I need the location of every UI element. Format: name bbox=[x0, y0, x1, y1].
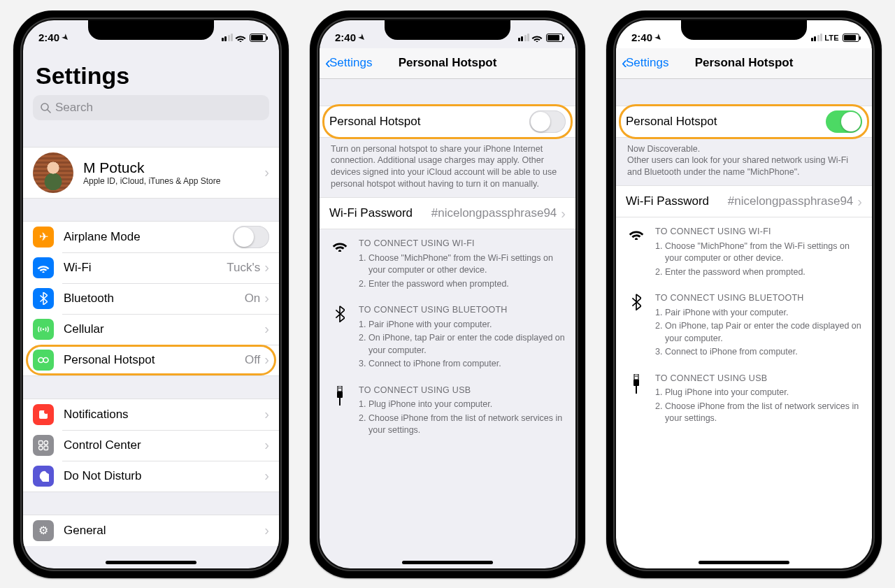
chevron-right-icon: › bbox=[264, 522, 269, 538]
airplane-toggle[interactable] bbox=[233, 226, 269, 248]
help-usb: TO CONNECT USING USB Plug iPhone into yo… bbox=[616, 364, 872, 431]
battery-icon bbox=[546, 34, 563, 42]
status-time: 2:40 bbox=[38, 31, 59, 43]
wifi-password-row[interactable]: Wi-Fi Password #nicelongpassphrase94 › bbox=[320, 198, 575, 229]
cellular-signal-icon bbox=[811, 34, 823, 41]
wifi-settings-icon bbox=[33, 257, 54, 278]
battery-icon bbox=[843, 34, 859, 42]
notifications-icon bbox=[33, 404, 54, 425]
cellular-signal-icon bbox=[222, 34, 234, 41]
svg-rect-14 bbox=[337, 392, 343, 398]
bluetooth-help-icon bbox=[629, 292, 644, 360]
chevron-right-icon: › bbox=[264, 321, 269, 337]
usb-help-icon bbox=[332, 385, 348, 438]
hotspot-settings-icon bbox=[33, 350, 54, 371]
svg-rect-15 bbox=[339, 398, 341, 406]
svg-rect-17 bbox=[636, 375, 636, 377]
wifi-help-icon bbox=[629, 226, 644, 280]
svg-rect-8 bbox=[44, 440, 48, 445]
hotspot-value: Off bbox=[245, 353, 260, 367]
cellular-row[interactable]: Cellular › bbox=[23, 314, 279, 345]
chevron-right-icon: › bbox=[264, 164, 269, 180]
wifi-row[interactable]: Wi-Fi Tuck's › bbox=[23, 252, 279, 283]
location-icon: ➤ bbox=[653, 32, 664, 43]
location-icon: ➤ bbox=[60, 32, 71, 43]
wifi-icon bbox=[531, 34, 543, 42]
svg-rect-13 bbox=[341, 387, 341, 389]
chevron-right-icon: › bbox=[264, 437, 269, 453]
chevron-right-icon: › bbox=[264, 290, 269, 306]
svg-rect-11 bbox=[338, 386, 342, 392]
chevron-right-icon: › bbox=[561, 206, 566, 222]
svg-rect-7 bbox=[39, 440, 43, 445]
battery-icon bbox=[250, 34, 266, 42]
svg-point-6 bbox=[44, 410, 48, 414]
avatar bbox=[33, 152, 73, 193]
svg-rect-9 bbox=[39, 446, 43, 450]
cellular-settings-icon bbox=[33, 319, 54, 340]
help-bluetooth: TO CONNECT USING BLUETOOTH Pair iPhone w… bbox=[616, 284, 872, 364]
nav-title: Personal Hotspot bbox=[399, 56, 497, 70]
home-indicator[interactable] bbox=[699, 561, 789, 564]
chevron-right-icon: › bbox=[264, 406, 269, 422]
notch bbox=[385, 20, 510, 40]
svg-rect-16 bbox=[634, 374, 638, 380]
search-input[interactable]: Search bbox=[33, 95, 269, 120]
svg-point-3 bbox=[38, 357, 43, 362]
gear-icon: ⚙ bbox=[33, 520, 54, 541]
airplane-mode-row[interactable]: ✈ Airplane Mode bbox=[23, 222, 279, 252]
hotspot-toggle-off[interactable] bbox=[529, 110, 566, 133]
airplane-icon: ✈ bbox=[33, 227, 54, 248]
chevron-right-icon: › bbox=[264, 352, 269, 368]
bluetooth-value: On bbox=[245, 292, 261, 306]
notifications-row[interactable]: Notifications › bbox=[23, 399, 279, 430]
apple-id-row[interactable]: M Potuck Apple ID, iCloud, iTunes & App … bbox=[23, 148, 279, 198]
usb-help-icon bbox=[629, 373, 644, 426]
personal-hotspot-row[interactable]: Personal Hotspot Off › bbox=[23, 345, 279, 375]
wifi-icon bbox=[235, 34, 246, 42]
home-indicator[interactable] bbox=[106, 561, 196, 564]
help-usb: TO CONNECT USING USB Plug iPhone into yo… bbox=[320, 376, 575, 443]
general-row[interactable]: ⚙ General › bbox=[23, 515, 279, 546]
chevron-right-icon: › bbox=[264, 468, 269, 484]
svg-point-4 bbox=[43, 357, 48, 362]
hotspot-toggle-row[interactable]: Personal Hotspot bbox=[320, 106, 575, 137]
svg-rect-10 bbox=[44, 446, 48, 450]
bluetooth-settings-icon bbox=[33, 288, 54, 309]
phone-hotspot-on: 2:40➤ LTE ‹Settings Personal Hotspot Per… bbox=[606, 10, 882, 578]
search-placeholder: Search bbox=[55, 101, 93, 115]
lte-label: LTE bbox=[824, 34, 839, 42]
svg-line-1 bbox=[48, 110, 50, 113]
control-center-row[interactable]: Control Center › bbox=[23, 430, 279, 461]
wifi-password-value: #nicelongpassphrase94 bbox=[728, 194, 854, 208]
chevron-right-icon: › bbox=[857, 194, 862, 210]
phone-hotspot-off: 2:40➤ ‹Settings Personal Hotspot Persona… bbox=[310, 10, 585, 578]
nav-bar: ‹Settings Personal Hotspot bbox=[320, 48, 575, 79]
help-bluetooth: TO CONNECT USING BLUETOOTH Pair iPhone w… bbox=[320, 296, 575, 376]
bluetooth-row[interactable]: Bluetooth On › bbox=[23, 283, 279, 314]
back-button[interactable]: ‹Settings bbox=[622, 55, 668, 71]
phone-settings-root: 2:40 ➤ Settings Search M Potuck Apple ID… bbox=[13, 10, 289, 578]
svg-rect-20 bbox=[636, 386, 637, 394]
svg-rect-19 bbox=[633, 380, 639, 386]
hotspot-toggle-on[interactable] bbox=[826, 110, 862, 133]
home-indicator[interactable] bbox=[402, 561, 493, 564]
back-button[interactable]: ‹Settings bbox=[325, 55, 372, 71]
cellular-signal-icon bbox=[518, 34, 530, 41]
svg-rect-12 bbox=[339, 387, 340, 389]
help-wifi: TO CONNECT USING WI-FI Choose "MichPhone… bbox=[320, 229, 575, 296]
nav-title: Personal Hotspot bbox=[695, 56, 794, 70]
bluetooth-help-icon bbox=[332, 304, 348, 372]
hotspot-toggle-row[interactable]: Personal Hotspot bbox=[616, 106, 872, 137]
do-not-disturb-row[interactable]: Do Not Disturb › bbox=[23, 461, 279, 492]
page-title: Settings bbox=[23, 48, 279, 95]
control-center-icon bbox=[33, 435, 54, 456]
location-icon: ➤ bbox=[357, 32, 368, 43]
svg-point-2 bbox=[43, 328, 45, 330]
help-wifi: TO CONNECT USING WI-FI Choose "MichPhone… bbox=[616, 217, 872, 284]
wifi-password-row[interactable]: Wi-Fi Password #nicelongpassphrase94 › bbox=[616, 186, 872, 217]
wifi-password-value: #nicelongpassphrase94 bbox=[431, 206, 557, 220]
nav-bar: ‹Settings Personal Hotspot bbox=[616, 48, 872, 79]
svg-rect-18 bbox=[637, 375, 638, 377]
wifi-value: Tuck's bbox=[227, 261, 260, 275]
